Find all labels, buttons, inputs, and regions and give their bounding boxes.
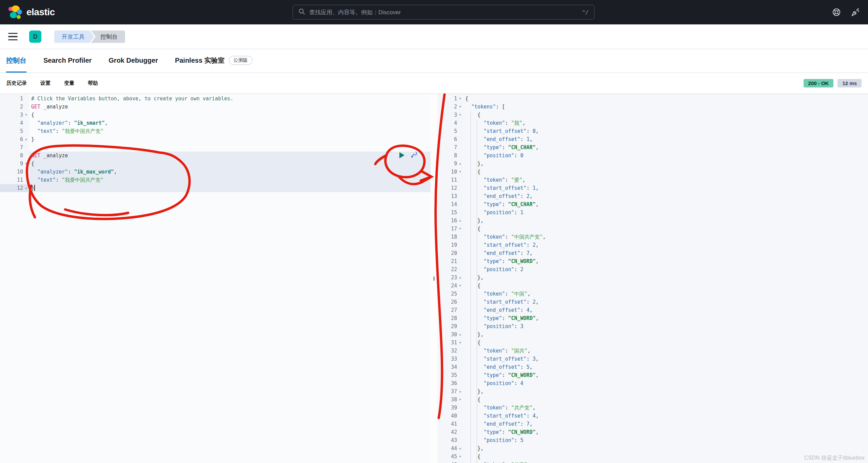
- variables-link[interactable]: 变量: [64, 80, 74, 86]
- line-number: 44: [437, 444, 457, 452]
- breadcrumb-dev-tools[interactable]: 开发工具: [54, 31, 94, 43]
- line-number: 6: [0, 135, 23, 143]
- fold-icon[interactable]: ▴: [457, 217, 463, 225]
- fold-icon: [457, 428, 463, 436]
- code-line: 3▾ {: [437, 111, 868, 119]
- line-number: 35: [437, 371, 457, 379]
- line-number: 7: [437, 143, 457, 152]
- breadcrumb-console: 控制台: [91, 31, 125, 43]
- beta-badge: 公测版: [229, 56, 253, 65]
- fold-icon[interactable]: ▴: [457, 160, 463, 168]
- fold-icon: [23, 176, 29, 184]
- code-line: 14 "type": "CN_CHAR",: [437, 200, 868, 208]
- line-number: 39: [437, 404, 457, 412]
- text-cursor: [34, 185, 35, 191]
- fold-icon: [457, 184, 463, 192]
- code-line: 27 "end_offset": 4,: [437, 306, 868, 314]
- line-number: 46: [437, 461, 457, 463]
- fold-icon: [457, 127, 463, 135]
- global-search-input[interactable]: 查找应用、内容等。例如：Discover ^/: [293, 5, 594, 20]
- line-number: 42: [437, 428, 457, 436]
- fold-icon[interactable]: ▾: [457, 168, 463, 176]
- fold-icon: [23, 103, 29, 111]
- help-link[interactable]: 帮助: [88, 80, 98, 86]
- fold-icon: [23, 143, 29, 152]
- code-line: 29 "position": 3: [437, 322, 868, 330]
- tab-console[interactable]: 控制台: [6, 49, 26, 73]
- fold-icon[interactable]: ▴: [23, 184, 29, 192]
- fold-icon[interactable]: ▾: [457, 339, 463, 347]
- code-line: 9▴ },: [437, 160, 868, 168]
- fold-icon: [457, 306, 463, 314]
- tab-grok-debugger[interactable]: Grok Debugger: [108, 49, 158, 73]
- fold-icon[interactable]: ▴: [457, 444, 463, 452]
- fold-icon[interactable]: ▴: [457, 330, 463, 339]
- code-line: 22 "position": 2: [437, 265, 868, 274]
- fold-icon: [457, 412, 463, 420]
- code-line: 46 "token": "共产",: [437, 461, 868, 463]
- search-placeholder: 查找应用、内容等。例如：Discover: [309, 8, 578, 16]
- response-output-pane[interactable]: 1▾{2▾ "tokens": [3▾ {4 "token": "我",5 "s…: [437, 94, 868, 463]
- fold-icon[interactable]: ▾: [457, 396, 463, 404]
- code-line: 8 "position": 0: [437, 152, 868, 160]
- send-request-play-icon[interactable]: [399, 152, 405, 158]
- line-number: 8: [0, 152, 23, 160]
- line-number: 3: [0, 111, 23, 119]
- fold-icon[interactable]: ▾: [457, 282, 463, 290]
- fold-icon: [23, 127, 29, 135]
- fold-icon[interactable]: ▾: [457, 95, 463, 103]
- settings-link[interactable]: 设置: [40, 80, 51, 86]
- code-line: 4 "token": "我",: [437, 119, 868, 127]
- elastic-logo-icon: [8, 5, 22, 20]
- fold-icon[interactable]: ▾: [23, 111, 29, 119]
- fold-icon: [457, 379, 463, 387]
- code-line: 45▾ {: [437, 452, 868, 461]
- code-line: 36 "position": 4: [437, 379, 868, 387]
- status-badge: 200 - OK: [804, 79, 834, 87]
- csdn-watermark: CSDN @蓝盒子itbluebox: [804, 455, 865, 462]
- tab-painless-lab[interactable]: Painless 实验室 公测版: [175, 49, 253, 73]
- fold-icon: [23, 119, 29, 127]
- fold-icon[interactable]: ▴: [457, 387, 463, 396]
- fold-icon: [457, 200, 463, 208]
- code-line: 16▴ },: [437, 217, 868, 225]
- fold-icon[interactable]: ▾: [457, 225, 463, 233]
- code-line: 44▴ },: [437, 444, 868, 452]
- code-line: 2GET _analyze: [0, 103, 431, 111]
- news-party-popper-icon[interactable]: [851, 8, 860, 17]
- pane-resize-handle[interactable]: ‖: [431, 276, 437, 282]
- code-line: 19 "start_offset": 2,: [437, 241, 868, 249]
- fold-icon: [457, 208, 463, 217]
- pane-divider: ‖: [431, 94, 437, 463]
- fold-icon: [457, 314, 463, 322]
- code-line: 11 "text": "我爱中国共产党": [0, 176, 431, 184]
- elastic-logo[interactable]: elastic: [8, 5, 55, 20]
- fold-icon: [457, 192, 463, 200]
- line-number: 9: [437, 160, 457, 168]
- menu-hamburger-icon[interactable]: [8, 33, 18, 41]
- code-line: 24▾ {: [437, 282, 868, 290]
- line-number: 12: [0, 184, 23, 192]
- line-number: 33: [437, 355, 457, 363]
- code-line: 8GET _analyze: [0, 152, 431, 160]
- fold-icon[interactable]: ▾: [457, 103, 463, 111]
- code-line: 6▴}: [0, 135, 431, 143]
- code-line: 21 "type": "CN_WORD",: [437, 257, 868, 265]
- fold-icon[interactable]: ▾: [457, 452, 463, 461]
- fold-icon[interactable]: ▾: [457, 111, 463, 119]
- help-icon[interactable]: [832, 8, 841, 17]
- code-line: 23▴ },: [437, 274, 868, 282]
- line-number: 10: [0, 168, 23, 176]
- fold-icon[interactable]: ▴: [457, 274, 463, 282]
- history-link[interactable]: 历史记录: [6, 80, 27, 86]
- fold-icon[interactable]: ▴: [23, 135, 29, 143]
- fold-icon: [457, 461, 463, 463]
- wrench-icon[interactable]: [411, 151, 418, 160]
- fold-icon[interactable]: ▾: [23, 160, 29, 168]
- space-avatar[interactable]: D: [29, 31, 41, 43]
- line-number: 15: [437, 208, 457, 217]
- request-editor-pane[interactable]: 1# Click the Variables button, above, to…: [0, 94, 431, 463]
- tab-search-profiler[interactable]: Search Profiler: [43, 49, 92, 73]
- code-line: 1# Click the Variables button, above, to…: [0, 95, 431, 103]
- fold-icon: [457, 119, 463, 127]
